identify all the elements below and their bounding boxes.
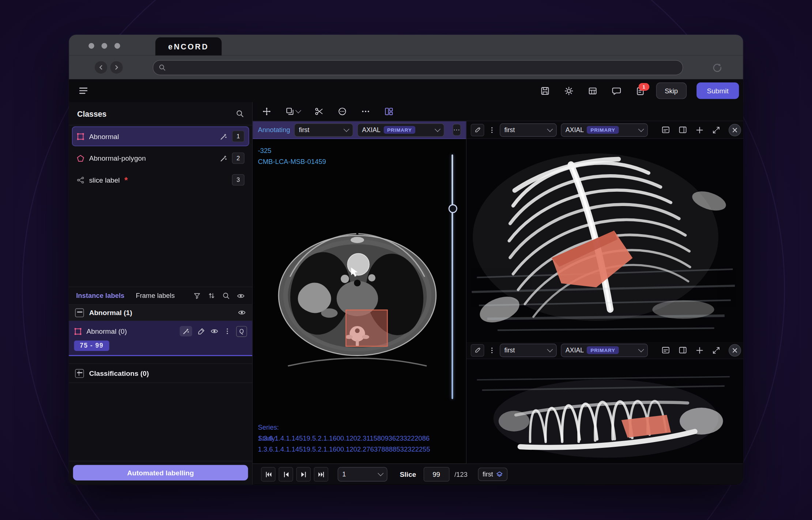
layers-icon (496, 471, 503, 478)
browser-tab[interactable]: eNCORD (155, 37, 222, 56)
brush-icon[interactable] (197, 327, 205, 335)
selected-instance[interactable]: Abnormal (0) Q 75 - 99 (69, 321, 252, 356)
last-slice-button[interactable] (314, 467, 328, 482)
address-search-bar[interactable] (153, 60, 683, 75)
duplicate-tool[interactable] (285, 107, 300, 116)
slice-slider-track[interactable] (452, 154, 453, 399)
series-select[interactable]: first (294, 123, 353, 136)
menu-icon[interactable] (78, 86, 88, 96)
window-close-button[interactable] (88, 43, 94, 49)
search-icon[interactable] (222, 292, 230, 299)
tab-frame-labels[interactable]: Frame labels (136, 292, 174, 299)
eye-icon[interactable] (237, 292, 245, 300)
primary-badge: PRIMARY (587, 126, 619, 134)
series-select[interactable]: first (500, 123, 557, 136)
sort-icon[interactable] (208, 292, 215, 299)
forward-button[interactable] (110, 61, 123, 74)
class-label: Abnormal (89, 132, 119, 140)
volume-render-top[interactable] (467, 139, 743, 342)
caption-icon[interactable] (661, 126, 670, 134)
eye-icon[interactable] (238, 308, 246, 317)
submit-button[interactable]: Submit (696, 82, 739, 99)
kebab-icon[interactable] (488, 347, 496, 354)
window-minimize-button[interactable] (102, 43, 107, 49)
gear-icon[interactable] (564, 86, 574, 96)
edit-button[interactable] (471, 124, 484, 136)
volume-viewer-bottom-header: first AXIAL PRIMARY (467, 341, 743, 359)
tab-instance-labels[interactable]: Instance labels (76, 292, 124, 299)
desktop-background: eNCORD (0, 0, 812, 520)
scissors-icon[interactable] (314, 107, 324, 116)
shortcut-badge: Q (236, 326, 247, 337)
chevron-down-icon (638, 346, 644, 352)
volume-render-bottom-image (467, 359, 743, 464)
panel-layout-icon[interactable] (679, 346, 687, 355)
classifications-row[interactable]: Classifications (0) (69, 363, 252, 383)
class-item-abnormal-polygon[interactable]: Abnormal-polygon 2 (72, 148, 249, 168)
frame-select-value: 1 (342, 471, 346, 478)
collapse-icon[interactable] (75, 308, 84, 317)
magic-wand-icon[interactable] (220, 132, 227, 140)
previous-slice-button[interactable] (279, 467, 293, 482)
slice-slider-handle[interactable] (449, 204, 457, 213)
skip-button[interactable]: Skip (656, 82, 687, 99)
classes-header: Classes (69, 102, 252, 126)
add-view-icon[interactable] (695, 126, 704, 134)
class-item-abnormal[interactable]: Abnormal 1 (72, 127, 249, 146)
bounding-box-icon (74, 327, 82, 335)
required-asterisk: * (124, 178, 128, 183)
series-select[interactable]: first (500, 343, 557, 357)
comment-icon[interactable] (338, 107, 347, 116)
instance-group-row[interactable]: Abnormal (1) (69, 305, 252, 321)
series-select-value: first (505, 347, 515, 354)
window-zoom-button[interactable] (114, 43, 120, 49)
filter-icon[interactable] (193, 292, 201, 299)
wand-button[interactable] (180, 326, 192, 336)
first-slice-button[interactable] (261, 467, 276, 482)
reload-icon[interactable] (712, 62, 722, 72)
close-viewer-button[interactable] (729, 124, 741, 136)
next-slice-button[interactable] (296, 467, 311, 482)
tasks-button[interactable]: 1 (635, 86, 645, 96)
search-icon (158, 64, 166, 71)
back-button[interactable] (95, 61, 107, 74)
ct-canvas[interactable]: -325 CMB-LCA-MSB-01459 (253, 139, 466, 464)
fullscreen-icon[interactable] (712, 346, 721, 354)
plane-select[interactable]: AXIAL PRIMARY (561, 343, 648, 357)
panel-layout-icon[interactable] (679, 126, 687, 134)
series-select-value: first (505, 126, 515, 134)
viewer-more-button[interactable]: ⋯ (453, 124, 461, 136)
expand-icon[interactable] (75, 369, 84, 378)
add-view-icon[interactable] (695, 346, 704, 354)
class-shortcut: 1 (232, 131, 245, 142)
save-icon[interactable] (540, 86, 550, 96)
edit-button[interactable] (471, 344, 484, 356)
close-viewer-button[interactable] (729, 344, 741, 356)
volume-render-bottom[interactable] (467, 359, 743, 464)
pan-tool-icon[interactable] (262, 107, 271, 116)
kebab-icon[interactable] (224, 328, 231, 335)
study-uid: 1.3.6.1.4.1.14519.5.2.1.1600.1202.276378… (258, 444, 430, 454)
instance-label: Abnormal (0) (87, 327, 127, 335)
eye-icon[interactable] (210, 327, 219, 336)
chat-icon[interactable] (611, 86, 621, 96)
volume-render-top-image (467, 139, 743, 342)
frame-select[interactable]: 1 (338, 467, 388, 482)
primary-viewer: Annotating first AXIAL PRIMARY ⋯ (253, 121, 467, 463)
plane-select[interactable]: AXIAL PRIMARY (561, 123, 648, 136)
pencil-icon (474, 127, 481, 133)
layout-tool-icon[interactable] (384, 107, 393, 116)
classes-search-icon[interactable] (235, 109, 244, 118)
magic-wand-icon[interactable] (220, 154, 227, 162)
fullscreen-icon[interactable] (712, 126, 721, 134)
class-item-slice-label[interactable]: slice label * 3 (72, 170, 249, 190)
step-forward-icon (300, 471, 307, 478)
kebab-icon[interactable] (488, 126, 496, 134)
slice-input[interactable] (423, 467, 449, 482)
automated-labelling-button[interactable]: Automated labelling (73, 465, 248, 480)
series-chip[interactable]: first (478, 468, 507, 481)
caption-icon[interactable] (661, 346, 670, 355)
table-icon[interactable] (588, 86, 597, 96)
plane-select[interactable]: AXIAL PRIMARY (358, 123, 445, 136)
ellipsis-icon[interactable] (361, 107, 370, 116)
